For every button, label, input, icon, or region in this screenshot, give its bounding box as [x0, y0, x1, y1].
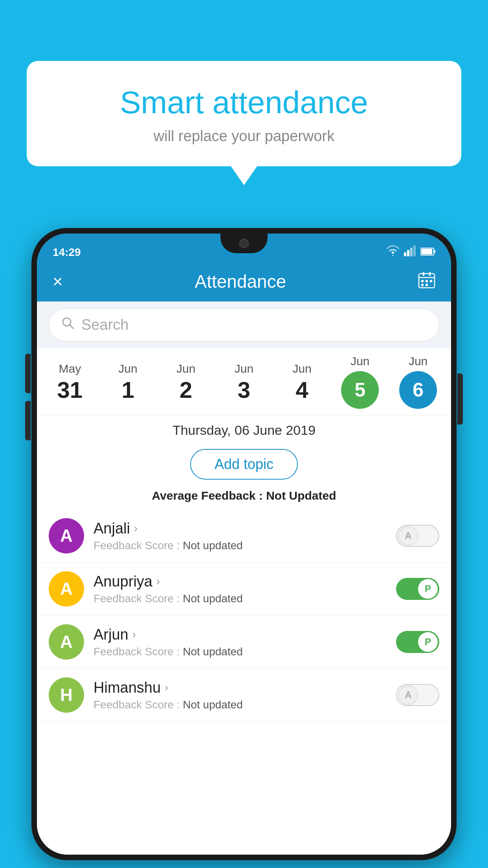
attendance-toggle[interactable]: P	[396, 631, 439, 653]
student-name-row: Himanshu ›	[94, 679, 387, 696]
add-topic-container: Add topic	[37, 442, 451, 485]
student-name: Anupriya	[94, 573, 152, 590]
student-info: Arjun › Feedback Score : Not updated	[94, 626, 387, 658]
speech-subtitle: will replace your paperwork	[46, 128, 442, 145]
student-info: Anjali › Feedback Score : Not updated	[94, 520, 387, 552]
student-name: Himanshu	[94, 679, 161, 696]
svg-rect-0	[404, 252, 406, 256]
time-display: 14:29	[53, 246, 81, 259]
feedback-value: Not updated	[183, 592, 243, 605]
attendance-toggle[interactable]: A	[396, 684, 439, 706]
svg-rect-14	[421, 284, 424, 286]
student-item: A Anjali › Feedback Score : Not updated …	[37, 509, 451, 563]
student-list: A Anjali › Feedback Score : Not updated …	[37, 509, 451, 855]
attendance-toggle[interactable]: P	[396, 578, 439, 600]
volume-up-button	[25, 354, 31, 393]
date-col-jun1[interactable]: Jun 1	[103, 356, 154, 408]
student-name-row: Anjali ›	[94, 520, 387, 537]
chevron-right-icon: ›	[132, 628, 136, 641]
feedback-value: Not updated	[183, 699, 243, 711]
wifi-icon	[386, 245, 400, 259]
average-feedback: Average Feedback : Not Updated	[37, 485, 451, 509]
student-feedback: Feedback Score : Not updated	[94, 539, 387, 552]
student-avatar: A	[49, 518, 84, 554]
selected-date-info: Thursday, 06 June 2019	[37, 415, 451, 442]
close-button[interactable]: ×	[53, 273, 63, 290]
student-feedback: Feedback Score : Not updated	[94, 645, 387, 658]
student-item: A Anupriya › Feedback Score : Not update…	[37, 563, 451, 616]
avg-feedback-value: Not Updated	[266, 489, 336, 502]
svg-rect-13	[430, 280, 432, 282]
phone-screen: 14:29	[37, 234, 451, 855]
svg-line-17	[70, 325, 73, 329]
svg-rect-3	[413, 245, 416, 256]
volume-down-button	[25, 401, 31, 440]
date-col-jun4[interactable]: Jun 4	[277, 356, 328, 408]
signal-icon	[404, 245, 416, 259]
svg-rect-10	[429, 272, 431, 276]
toggle-circle: P	[418, 632, 438, 652]
phone-shell: 14:29	[31, 228, 457, 860]
svg-rect-1	[407, 250, 409, 256]
power-button	[457, 373, 463, 425]
svg-rect-6	[421, 249, 432, 254]
date-col-jun5[interactable]: Jun 5	[334, 348, 385, 415]
avg-feedback-label: Average Feedback :	[152, 489, 262, 502]
toggle-circle: A	[398, 685, 418, 705]
svg-rect-2	[410, 248, 413, 256]
speech-bubble: Smart attendance will replace your paper…	[27, 61, 461, 166]
feedback-value: Not updated	[183, 645, 243, 658]
student-avatar: H	[49, 677, 84, 713]
feedback-value: Not updated	[183, 539, 243, 552]
svg-rect-11	[421, 280, 424, 282]
chevron-right-icon: ›	[134, 522, 138, 535]
student-name: Arjun	[94, 626, 128, 643]
student-info: Himanshu › Feedback Score : Not updated	[94, 679, 387, 711]
speech-title: Smart attendance	[46, 85, 442, 121]
search-input-placeholder: Search	[81, 316, 128, 333]
student-feedback: Feedback Score : Not updated	[94, 592, 387, 605]
svg-rect-15	[426, 284, 428, 286]
status-icons	[386, 245, 435, 259]
student-name-row: Anupriya ›	[94, 573, 387, 590]
header-title: Attendance	[194, 271, 286, 292]
student-avatar: A	[49, 624, 84, 660]
student-info: Anupriya › Feedback Score : Not updated	[94, 573, 387, 605]
date-picker: May 31 Jun 1 Jun 2 Jun 3 Jun 4	[37, 348, 451, 415]
attendance-toggle[interactable]: A	[396, 525, 439, 547]
selected-date-text: Thursday, 06 June 2019	[172, 423, 316, 438]
student-item: H Himanshu › Feedback Score : Not update…	[37, 669, 451, 722]
student-item: A Arjun › Feedback Score : Not updated P	[37, 616, 451, 669]
student-avatar: A	[49, 571, 84, 607]
date-col-jun2[interactable]: Jun 2	[160, 356, 211, 408]
battery-icon	[420, 246, 435, 259]
front-camera	[239, 239, 249, 248]
toggle-circle: A	[398, 526, 418, 546]
svg-rect-12	[426, 280, 428, 282]
search-container: Search	[37, 302, 451, 348]
student-name: Anjali	[94, 520, 130, 537]
search-bar[interactable]: Search	[49, 309, 439, 341]
search-icon	[61, 316, 75, 334]
date-col-jun6[interactable]: Jun 6	[393, 348, 444, 415]
student-feedback: Feedback Score : Not updated	[94, 699, 387, 711]
app-header: × Attendance	[37, 263, 451, 302]
calendar-icon[interactable]	[418, 271, 435, 292]
student-name-row: Arjun ›	[94, 626, 387, 643]
toggle-circle: P	[418, 579, 438, 599]
add-topic-button[interactable]: Add topic	[190, 449, 298, 480]
chevron-right-icon: ›	[165, 681, 168, 694]
date-col-may31[interactable]: May 31	[44, 356, 95, 408]
date-col-jun3[interactable]: Jun 3	[218, 356, 270, 408]
svg-rect-5	[434, 250, 435, 253]
chevron-right-icon: ›	[156, 575, 160, 588]
avg-feedback-text: Average Feedback : Not Updated	[152, 489, 336, 502]
svg-rect-9	[423, 272, 424, 276]
phone-notch	[220, 234, 268, 253]
